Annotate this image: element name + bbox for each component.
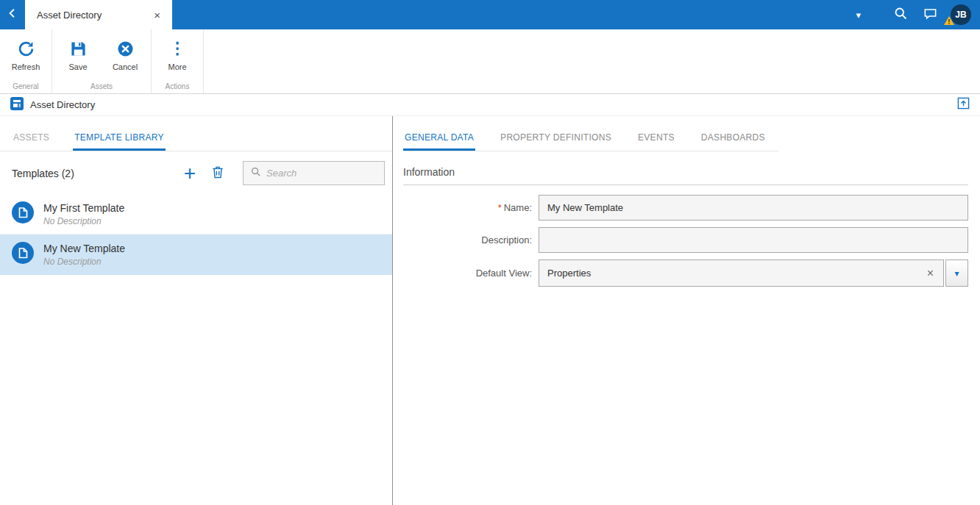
main-content: ASSETS TEMPLATE LIBRARY Templates (2) + bbox=[0, 116, 980, 505]
add-template-button[interactable]: + bbox=[180, 165, 200, 182]
list-item-my-first-template[interactable]: My First Template No Description bbox=[0, 194, 392, 234]
name-row: *Name: bbox=[403, 195, 968, 221]
list-item-my-new-template[interactable]: My New Template No Description bbox=[0, 234, 392, 275]
refresh-button[interactable]: Refresh bbox=[2, 37, 49, 71]
delete-template-button[interactable] bbox=[210, 164, 225, 183]
section-title: Information bbox=[403, 166, 968, 178]
template-title: My First Template bbox=[43, 202, 124, 214]
refresh-label: Refresh bbox=[12, 62, 40, 71]
page-title: Asset Directory bbox=[30, 99, 95, 110]
ribbon-group-label-general: General bbox=[2, 82, 49, 93]
ribbon-group-label-actions: Actions bbox=[154, 82, 201, 93]
templates-count: Templates (2) bbox=[12, 168, 74, 179]
tab-events[interactable]: EVENTS bbox=[636, 126, 676, 151]
app-window: Asset Directory × ▾ JB bbox=[0, 0, 980, 505]
template-title: My New Template bbox=[43, 243, 125, 254]
chevron-down-icon: ▾ bbox=[954, 268, 959, 279]
document-tab-asset-directory[interactable]: Asset Directory × bbox=[25, 0, 172, 29]
tab-assets[interactable]: ASSETS bbox=[12, 126, 51, 151]
tab-property-definitions[interactable]: PROPERTY DEFINITIONS bbox=[499, 126, 613, 151]
chat-icon bbox=[923, 7, 938, 24]
search-button[interactable] bbox=[886, 0, 915, 29]
name-field[interactable] bbox=[539, 195, 968, 221]
save-button[interactable]: Save bbox=[54, 37, 102, 71]
more-button[interactable]: ⋮ More bbox=[154, 37, 201, 71]
default-view-combobox: Properties × ▾ bbox=[539, 259, 968, 287]
template-icon bbox=[12, 201, 34, 226]
description-label: Description: bbox=[403, 234, 539, 246]
tab-general-data[interactable]: GENERAL DATA bbox=[403, 126, 475, 151]
warning-icon bbox=[944, 16, 954, 27]
ribbon-toolbar: Refresh General Save Cancel bbox=[0, 29, 980, 94]
clear-icon[interactable]: × bbox=[923, 267, 938, 280]
ribbon-group-general: Refresh General bbox=[0, 29, 52, 93]
back-button[interactable] bbox=[0, 0, 25, 29]
cancel-label: Cancel bbox=[113, 62, 138, 71]
name-label: *Name: bbox=[403, 202, 539, 213]
template-library-panel: ASSETS TEMPLATE LIBRARY Templates (2) + bbox=[0, 116, 393, 505]
section-divider bbox=[403, 185, 968, 185]
search-input[interactable] bbox=[266, 168, 377, 179]
ribbon-group-assets: Save Cancel Assets bbox=[52, 29, 152, 93]
template-detail-panel: GENERAL DATA PROPERTY DEFINITIONS EVENTS… bbox=[393, 116, 980, 505]
more-label: More bbox=[168, 62, 186, 71]
required-marker: * bbox=[498, 202, 502, 213]
refresh-icon bbox=[17, 38, 35, 59]
default-view-dropdown-button[interactable]: ▾ bbox=[945, 259, 968, 287]
open-in-window-icon bbox=[957, 97, 970, 112]
default-view-field[interactable]: Properties × bbox=[539, 259, 944, 287]
ribbon-group-actions: ⋮ More Actions bbox=[152, 29, 204, 93]
close-icon[interactable]: × bbox=[151, 7, 163, 23]
default-view-value: Properties bbox=[547, 268, 923, 279]
user-avatar[interactable]: JB bbox=[951, 4, 971, 25]
template-search-box bbox=[243, 161, 385, 185]
expand-panel-button[interactable] bbox=[957, 97, 970, 112]
document-tab-title: Asset Directory bbox=[37, 10, 102, 21]
template-description: No Description bbox=[43, 257, 125, 267]
template-list-toolbar: Templates (2) + bbox=[0, 151, 392, 194]
template-icon bbox=[12, 242, 34, 267]
template-list: My First Template No Description My New … bbox=[0, 194, 392, 275]
search-icon bbox=[250, 166, 261, 180]
page-title-bar: Asset Directory bbox=[0, 94, 980, 116]
feedback-button[interactable] bbox=[915, 0, 945, 29]
more-icon: ⋮ bbox=[169, 38, 185, 59]
top-bar: Asset Directory × ▾ JB bbox=[0, 0, 980, 29]
description-field[interactable] bbox=[539, 227, 968, 253]
avatar-initials: JB bbox=[955, 10, 966, 20]
default-view-label: Default View: bbox=[403, 268, 539, 279]
ribbon-group-label-assets: Assets bbox=[54, 82, 149, 93]
cancel-icon bbox=[117, 38, 134, 59]
detail-tabs: GENERAL DATA PROPERTY DEFINITIONS EVENTS… bbox=[403, 126, 778, 151]
plus-icon: + bbox=[184, 162, 196, 185]
save-label: Save bbox=[68, 62, 87, 71]
general-data-form: *Name: Description: Default View: Proper… bbox=[403, 195, 968, 287]
chevron-down-icon[interactable]: ▾ bbox=[848, 5, 868, 25]
default-view-row: Default View: Properties × ▾ bbox=[403, 259, 968, 287]
tab-template-library[interactable]: TEMPLATE LIBRARY bbox=[73, 126, 166, 151]
information-section: Information *Name: Description: Default … bbox=[393, 151, 980, 287]
save-icon bbox=[70, 38, 87, 59]
top-bar-actions: ▾ JB bbox=[848, 0, 980, 29]
description-row: Description: bbox=[403, 227, 968, 253]
cancel-button[interactable]: Cancel bbox=[102, 37, 149, 71]
left-panel-tabs: ASSETS TEMPLATE LIBRARY bbox=[0, 126, 392, 151]
tab-dashboards[interactable]: DASHBOARDS bbox=[700, 126, 767, 151]
app-icon bbox=[10, 97, 24, 113]
chevron-left-icon bbox=[6, 7, 19, 23]
search-icon bbox=[893, 6, 908, 24]
trash-icon bbox=[210, 164, 225, 183]
template-description: No Description bbox=[43, 216, 124, 226]
